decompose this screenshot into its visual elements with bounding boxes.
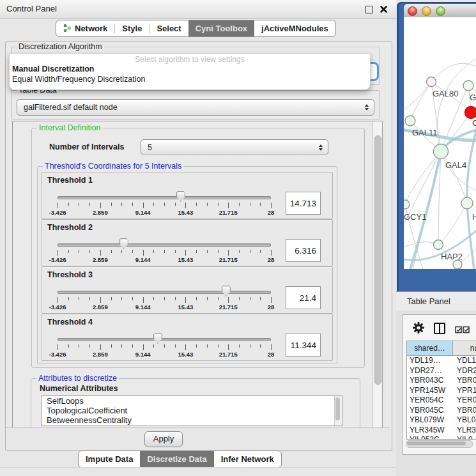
table-data-combobox[interactable]: galFiltered.sif default node [17,99,374,116]
table-rows: YDL19…YDL1YDR27…YDR2YBR043CYBR0YPR145WYP… [407,356,476,439]
table-row[interactable]: YDL19…YDL1 [407,356,476,366]
slider-track[interactable] [58,291,271,294]
network-node[interactable] [463,81,473,91]
network-node-label: HAP2 [441,252,463,261]
tab-style[interactable]: Style [115,20,149,36]
list-item-topologicalcoefficient[interactable]: TopologicalCoefficient [42,406,342,415]
tab-infer-network[interactable]: Infer Network [214,451,281,467]
network-node-label: C [472,118,476,128]
slider-thumb[interactable] [119,238,128,249]
cell-shared-name: YBR043C [407,376,453,386]
threshold-value-field[interactable]: 21.4 [286,286,321,309]
slider-track[interactable] [58,243,271,247]
close-icon[interactable] [380,4,388,13]
network-node[interactable] [461,197,473,209]
slider-thumb[interactable] [222,286,231,296]
numerical-attributes-list[interactable]: SelfLoopsTopologicalCoefficientBetweenne… [41,395,342,426]
slider-tick [239,250,240,253]
table-row[interactable]: YBR045CYBR0 [407,406,476,416]
slider-thumb[interactable] [176,191,185,202]
table-row[interactable]: YLR345WYLR3 [407,426,476,436]
interval-definition-title: Interval Definition [37,123,103,133]
minimize-traffic-light[interactable] [422,6,431,16]
slider-tick-label: 28 [257,209,285,216]
network-window-titlebar[interactable] [404,4,476,18]
float-window-icon[interactable] [365,6,373,13]
tab-label: Discretize Data [147,454,206,464]
network-node[interactable] [453,260,462,269]
threshold-value-field[interactable]: 14.713 [286,192,321,215]
cell-name: YDL1 [453,356,476,366]
network-canvas[interactable]: GAL80GACGAL11GAL4GCY1HHAP2 [404,17,476,269]
table-horizontal-scrollbar-thumb[interactable] [407,441,466,445]
tab-select[interactable]: Select [150,20,188,36]
list-item-selfloops[interactable]: SelfLoops [42,396,342,406]
cell-shared-name: YDL19… [407,356,453,366]
table-row[interactable]: YER054CYER0 [407,395,476,406]
slider-tick [111,250,112,253]
slider-tick-label: 21.715 [214,351,242,358]
algorithm-option-equal-width-frequency-discretization[interactable]: Equal Width/Frequency Discretization [10,74,370,84]
network-node[interactable] [465,107,476,119]
network-node[interactable] [427,77,436,87]
slider-tick [111,203,112,206]
tab-label: Network [75,24,107,33]
gear-icon[interactable] [413,322,424,336]
close-traffic-light[interactable] [408,6,417,16]
slider-tick [260,250,261,253]
settings-scrollbar[interactable] [372,121,382,428]
network-node[interactable] [404,200,410,209]
slider-tick [100,297,101,303]
slider-tick [218,203,219,206]
slider-tick [207,344,208,348]
table-row[interactable]: YIL052CYIL0 [407,435,476,439]
number-of-intervals-combobox[interactable]: 5 [141,139,328,155]
table-row[interactable]: YPR145WYPR1 [407,386,476,396]
slider-tick [271,250,272,256]
tab-discretize-data[interactable]: Discretize Data [140,451,213,467]
slider-tick [132,250,133,253]
network-node[interactable] [405,116,415,126]
checkboxes-icon[interactable] [455,325,470,336]
zoom-traffic-light[interactable] [436,6,445,16]
slider-thumb[interactable] [153,333,162,344]
table-row[interactable]: YDR27…YDR2 [407,366,476,376]
tab-impute-data[interactable]: Impute Data [79,451,140,467]
list-item-betweennesscentrality[interactable]: BetweennessCentrality [42,415,342,425]
tab-jactivemnodules[interactable]: jActiveMNodules [254,20,335,36]
network-node[interactable] [434,144,449,159]
column-header-name[interactable]: na [453,341,476,356]
threshold-value-field[interactable]: 11.344 [286,334,321,357]
settings-scrollbar-thumb[interactable] [374,135,381,385]
slider-tick [239,203,240,206]
slider-tick-label: 2.859 [86,303,114,311]
tab-label: Select [157,24,181,33]
threshold-label: Threshold 1 [47,176,93,185]
cell-shared-name: YIL052C [407,435,453,439]
slider-tick [250,297,250,300]
attributes-scrollbar-thumb[interactable] [335,397,340,420]
slider-track[interactable] [58,196,271,199]
slider-tick [218,250,219,253]
tab-network[interactable]: Network [56,20,114,36]
slider-tick [207,297,208,300]
slider-tick [132,344,133,348]
table-row[interactable]: YBL079WYBL0 [407,415,476,426]
slider-tick [68,203,69,206]
threshold-value-field[interactable]: 6.316 [286,239,321,262]
network-node[interactable] [434,240,443,250]
columns-icon[interactable] [434,323,445,334]
column-header-shared-name[interactable]: shared… [407,341,453,356]
network-edge [437,57,476,192]
tab-cyni-toolbox[interactable]: Cyni Toolbox [188,20,254,36]
algorithm-placeholder-option[interactable]: Select algorithm to view settings [10,55,370,64]
slider-track[interactable] [58,338,271,341]
slider-tick [68,344,69,348]
table-horizontal-scrollbar[interactable] [406,440,473,448]
slider-tick [153,297,154,300]
table-header-row: shared… na [407,341,476,356]
attributes-scrollbar[interactable] [334,396,342,426]
algorithm-option-manual-discretization[interactable]: Manual Discretization [10,64,370,74]
apply-button[interactable]: Apply [144,431,183,447]
table-row[interactable]: YBR043CYBR0 [407,376,476,386]
